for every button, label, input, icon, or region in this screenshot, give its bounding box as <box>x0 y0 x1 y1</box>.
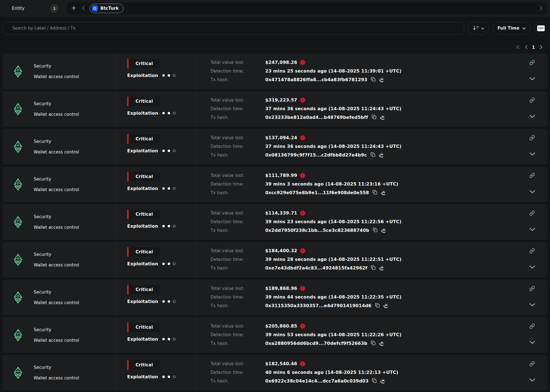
copy-button[interactable] <box>371 77 376 83</box>
expand-row-button[interactable] <box>529 190 535 194</box>
stage-dot-filled <box>168 74 170 77</box>
expand-row-button[interactable] <box>529 152 535 157</box>
chevron-down-icon <box>529 303 535 307</box>
export-csv-button[interactable]: CSV <box>534 22 547 35</box>
copy-button[interactable] <box>371 265 376 271</box>
alert-category: Security <box>34 252 79 257</box>
alert-link-button[interactable] <box>529 248 535 254</box>
tx-hash-value: 0x08136799c9f7f15...c2dfbb8d27e4b9c <box>265 152 367 158</box>
chevron-down-icon <box>529 115 535 119</box>
copy-button[interactable] <box>375 303 380 309</box>
total-value-lost-value: $114,339.71 <box>265 210 297 216</box>
tx-hash-value: 0x23233be812a0ad4...b48769befed5bff <box>265 115 368 120</box>
chevron-down-icon <box>529 228 535 232</box>
copy-button[interactable] <box>372 378 377 384</box>
alert-row[interactable]: Security Wallet access control Critical … <box>3 91 547 127</box>
add-entity-button[interactable] <box>71 6 76 11</box>
severity-label: Critical <box>136 325 153 330</box>
block-explorer-button[interactable] <box>383 302 389 309</box>
copy-button[interactable] <box>372 190 377 196</box>
block-explorer-button[interactable] <box>379 76 385 83</box>
detection-time-value: 39 mins 28 seconds ago (14-08-2025 11:22… <box>265 257 401 262</box>
detection-time-value: 39 mins 3 seconds ago (14-08-2025 11:23:… <box>265 181 398 187</box>
search-input[interactable] <box>3 22 464 35</box>
row-actions <box>522 242 547 278</box>
block-explorer-button[interactable] <box>380 114 386 121</box>
block-explorer-button[interactable] <box>379 265 385 271</box>
link-icon <box>529 323 535 330</box>
alert-type-column: Security Wallet access control <box>3 355 117 391</box>
alert-row[interactable]: Security Wallet access control Critical … <box>3 317 547 353</box>
severity-column: Critical Exploitation <box>117 280 196 315</box>
block-explorer-button[interactable] <box>381 189 387 196</box>
critical-alert-icon <box>300 135 305 141</box>
severity-badge: Critical <box>127 247 160 257</box>
toolbar: Full Time CSV <box>3 22 547 35</box>
copy-button[interactable] <box>372 114 377 120</box>
alert-link-button[interactable] <box>529 210 535 217</box>
severity-label: Critical <box>136 212 153 217</box>
link-icon <box>529 97 535 104</box>
sort-button[interactable] <box>468 22 489 35</box>
alert-link-button[interactable] <box>529 361 535 367</box>
detection-time-value: 37 mins 36 seconds ago (14-08-2025 11:24… <box>265 106 401 111</box>
alert-link-button[interactable] <box>529 97 535 104</box>
previous-page-button[interactable] <box>525 45 528 50</box>
expand-row-button[interactable] <box>529 341 535 345</box>
alert-row[interactable]: Security Wallet access control Critical … <box>3 355 547 391</box>
details-column: Total value lost: $205,860.85 Detection … <box>197 317 522 353</box>
alert-row[interactable]: Security Wallet access control Critical … <box>3 54 547 89</box>
expand-row-button[interactable] <box>529 228 535 232</box>
stage-dot-filled <box>168 338 170 340</box>
alert-row[interactable]: Security Wallet access control Critical … <box>3 129 547 165</box>
critical-alert-icon <box>300 248 305 254</box>
alert-type-column: Security Wallet access control <box>3 204 117 240</box>
chevron-down-icon <box>529 77 535 81</box>
copy-button[interactable] <box>370 152 375 158</box>
time-filter-button[interactable]: Full Time <box>493 22 531 35</box>
attack-stage: Exploitation <box>127 223 196 229</box>
block-explorer-button[interactable] <box>381 227 387 234</box>
expand-row-button[interactable] <box>529 378 535 383</box>
copy-icon <box>372 114 377 120</box>
copy-icon <box>372 190 377 196</box>
tx-hash-label: Tx hash: <box>211 266 265 271</box>
alert-row[interactable]: Security Wallet access control Critical … <box>3 204 547 240</box>
block-explorer-button[interactable] <box>379 152 385 158</box>
severity-column: Critical Exploitation <box>117 129 196 165</box>
alert-link-button[interactable] <box>529 60 535 66</box>
alert-link-button[interactable] <box>529 135 535 141</box>
details-column: Total value lost: $184,400.32 Detection … <box>197 242 522 278</box>
stage-dot-filled <box>162 263 165 265</box>
scroll-right-button[interactable] <box>539 6 543 11</box>
first-page-button[interactable] <box>516 45 520 50</box>
attack-stage: Exploitation <box>127 299 196 304</box>
alert-category: Security <box>34 177 79 182</box>
expand-row-button[interactable] <box>529 265 535 270</box>
alert-row[interactable]: Security Wallet access control Critical … <box>3 242 547 278</box>
row-actions <box>522 54 547 89</box>
expand-row-button[interactable] <box>529 77 535 81</box>
next-page-button[interactable] <box>539 45 543 50</box>
copy-icon <box>371 265 376 271</box>
expand-row-button[interactable] <box>529 115 535 119</box>
scroll-left-button[interactable] <box>82 6 85 11</box>
total-value-lost-label: Total value lost: <box>211 248 265 253</box>
block-explorer-button[interactable] <box>379 340 385 347</box>
block-explorer-button[interactable] <box>380 378 386 384</box>
tx-hash-label: Tx hash: <box>211 228 265 233</box>
alert-row[interactable]: Security Wallet access control Critical … <box>3 167 547 202</box>
alert-link-button[interactable] <box>529 286 535 292</box>
stage-dot-empty <box>173 187 175 190</box>
stage-dot-empty <box>173 112 175 114</box>
entity-chip-btcturk[interactable]: BtcTurk <box>90 4 124 13</box>
alert-link-button[interactable] <box>529 323 535 330</box>
alert-link-button[interactable] <box>529 173 535 179</box>
expand-row-button[interactable] <box>529 303 535 307</box>
copy-button[interactable] <box>373 227 378 233</box>
alert-type-column: Security Wallet access control <box>3 54 117 89</box>
copy-button[interactable] <box>371 340 376 346</box>
chevron-down-icon <box>529 190 535 194</box>
chevron-left-icon <box>525 45 528 50</box>
alert-row[interactable]: Security Wallet access control Critical … <box>3 280 547 315</box>
